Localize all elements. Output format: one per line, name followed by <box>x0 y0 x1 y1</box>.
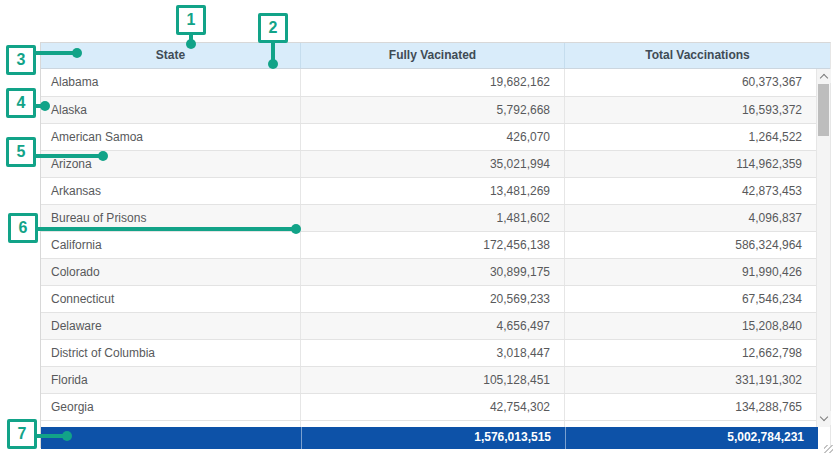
cell-total-vaccinations: 331,191,302 <box>565 367 817 393</box>
callout-2-box: 2 <box>258 13 288 43</box>
callout-7-label: 7 <box>18 426 27 442</box>
cell-fully-vacinated: 13,481,269 <box>301 178 565 204</box>
table-row[interactable]: Colorado30,899,17591,990,426 <box>41 258 817 285</box>
cell-total-vaccinations: 4,096,837 <box>565 205 817 231</box>
partial-cell <box>301 421 565 427</box>
column-header-fully-vacinated[interactable]: Fully Vacinated <box>301 43 565 68</box>
partial-cell <box>565 421 817 427</box>
callout-6-line <box>38 227 296 231</box>
table-row[interactable]: California172,456,138586,324,964 <box>41 231 817 258</box>
cell-total-vaccinations: 60,373,367 <box>565 69 817 96</box>
totals-total-vaccinations: 5,002,784,231 <box>566 427 818 449</box>
cell-fully-vacinated: 35,021,994 <box>301 151 565 177</box>
callout-3-box: 3 <box>6 45 36 75</box>
callout-4-dot <box>40 101 50 111</box>
cell-total-vaccinations: 12,662,798 <box>565 340 817 366</box>
table-row[interactable]: Florida105,128,451331,191,302 <box>41 366 817 393</box>
callout-1-dot <box>186 39 196 49</box>
cell-fully-vacinated: 30,899,175 <box>301 259 565 285</box>
page: State Fully Vacinated Total Vaccinations… <box>0 0 833 453</box>
callout-6-box: 6 <box>8 213 38 243</box>
cell-fully-vacinated: 105,128,451 <box>301 367 565 393</box>
cell-state: Delaware <box>41 313 301 339</box>
cell-state: District of Columbia <box>41 340 301 366</box>
scrollbar-up-button[interactable] <box>817 69 831 83</box>
cell-total-vaccinations: 15,208,840 <box>565 313 817 339</box>
callout-3-label: 3 <box>17 52 26 68</box>
vaccination-table: State Fully Vacinated Total Vaccinations… <box>40 42 831 448</box>
cell-total-vaccinations: 42,873,453 <box>565 178 817 204</box>
cell-state: Georgia <box>41 394 301 420</box>
cell-total-vaccinations: 16,593,372 <box>565 97 817 123</box>
cell-fully-vacinated: 42,754,302 <box>301 394 565 420</box>
cell-fully-vacinated: 426,070 <box>301 124 565 150</box>
table-rows: Alabama19,682,16260,373,367Alaska5,792,6… <box>41 69 817 427</box>
cell-fully-vacinated: 5,792,668 <box>301 97 565 123</box>
cell-state: Colorado <box>41 259 301 285</box>
cell-fully-vacinated: 19,682,162 <box>301 69 565 96</box>
cell-fully-vacinated: 172,456,138 <box>301 232 565 258</box>
cell-fully-vacinated: 3,018,447 <box>301 340 565 366</box>
table-row[interactable]: Alabama19,682,16260,373,367 <box>41 69 817 96</box>
table-row[interactable]: Connecticut20,569,23367,546,234 <box>41 285 817 312</box>
cell-total-vaccinations: 586,324,964 <box>565 232 817 258</box>
cell-fully-vacinated: 4,656,497 <box>301 313 565 339</box>
callout-1-box: 1 <box>176 5 206 35</box>
cell-total-vaccinations: 134,288,765 <box>565 394 817 420</box>
cell-state: Alabama <box>41 69 301 96</box>
cell-total-vaccinations: 114,962,359 <box>565 151 817 177</box>
totals-fully-vacinated: 1,576,013,515 <box>302 427 566 449</box>
callout-7-dot <box>62 431 72 441</box>
cell-total-vaccinations: 67,546,234 <box>565 286 817 312</box>
scrollbar-thumb[interactable] <box>818 84 829 136</box>
callout-6-label: 6 <box>19 220 28 236</box>
vertical-scrollbar[interactable] <box>816 69 830 427</box>
cell-state: California <box>41 232 301 258</box>
scrollbar-down-button[interactable] <box>817 411 831 425</box>
callout-4-label: 4 <box>17 95 26 111</box>
callout-3-dot <box>72 48 82 58</box>
callout-5-box: 5 <box>6 137 36 167</box>
table-row[interactable]: Delaware4,656,49715,208,840 <box>41 312 817 339</box>
callout-7-box: 7 <box>7 419 37 449</box>
table-row[interactable]: Arizona35,021,994114,962,359 <box>41 150 817 177</box>
chevron-up-icon <box>820 73 828 81</box>
callout-4-box: 4 <box>6 88 36 118</box>
callout-5-line <box>36 154 103 158</box>
totals-row: 1,576,013,515 5,002,784,231 <box>41 427 818 449</box>
table-row[interactable]: Georgia42,754,302134,288,765 <box>41 393 817 420</box>
callout-5-label: 5 <box>17 144 26 160</box>
cell-state: Connecticut <box>41 286 301 312</box>
callout-2-dot <box>268 59 278 69</box>
cell-state: Florida <box>41 367 301 393</box>
cell-state: Alaska <box>41 97 301 123</box>
table-row[interactable]: Arkansas13,481,26942,873,453 <box>41 177 817 204</box>
cell-total-vaccinations: 1,264,522 <box>565 124 817 150</box>
table-row[interactable]: American Samoa426,0701,264,522 <box>41 123 817 150</box>
column-header-total-vaccinations[interactable]: Total Vaccinations <box>565 43 830 68</box>
table-row[interactable]: Alaska5,792,66816,593,372 <box>41 96 817 123</box>
cell-fully-vacinated: 20,569,233 <box>301 286 565 312</box>
cell-state: Arkansas <box>41 178 301 204</box>
table-header-row: State Fully Vacinated Total Vaccinations <box>41 43 830 69</box>
table-body: Alabama19,682,16260,373,367Alaska5,792,6… <box>41 69 830 427</box>
chevron-down-icon <box>820 412 828 420</box>
callout-1-label: 1 <box>187 12 196 28</box>
table-row[interactable]: District of Columbia3,018,44712,662,798 <box>41 339 817 366</box>
partial-row <box>41 420 817 427</box>
cell-total-vaccinations: 91,990,426 <box>565 259 817 285</box>
callout-2-label: 2 <box>269 20 278 36</box>
totals-state-cell <box>41 427 302 449</box>
callout-6-dot <box>291 224 301 234</box>
cell-state: American Samoa <box>41 124 301 150</box>
callout-5-dot <box>98 151 108 161</box>
cell-fully-vacinated: 1,481,602 <box>301 205 565 231</box>
resize-grip-icon[interactable] <box>824 445 833 453</box>
callout-3-line <box>36 51 77 55</box>
partial-cell <box>41 421 301 427</box>
